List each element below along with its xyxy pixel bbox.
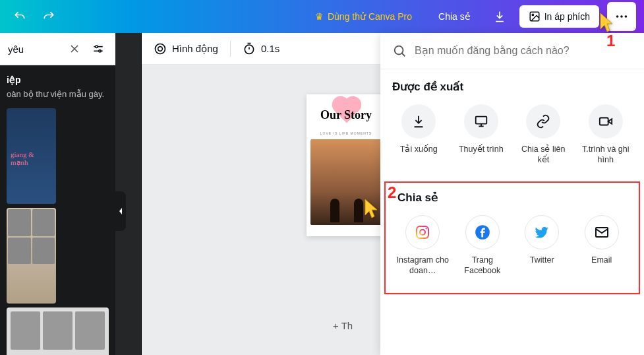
email-icon [594,224,610,240]
toolbar-divider [230,41,231,57]
template-3[interactable] [7,307,109,355]
try-pro-button[interactable]: ♛ Dùng thử Canva Pro [306,6,421,27]
share-search-input[interactable] [415,45,632,57]
suggested-present[interactable]: Thuyết trình [452,104,511,166]
crown-icon: ♛ [315,11,324,22]
facebook-icon [474,224,491,241]
svg-rect-14 [600,118,608,125]
share-twitter[interactable]: Twitter [514,215,570,276]
undo-button[interactable] [8,5,32,28]
svg-point-10 [158,46,163,51]
template-1-text: giang & mạnh [7,146,56,171]
sidebar-header: yêu [0,33,115,65]
redo-button[interactable] [37,5,61,28]
share-header-label: Chia sẻ [438,11,471,22]
download-header-button[interactable] [488,5,512,28]
share-instagram-label: Instagram cho doan… [396,255,449,276]
link-icon [536,114,550,129]
share-facebook-label: Trang Facebook [456,255,509,276]
svg-point-16 [420,230,425,235]
sidebar-description: oàn bộ thư viện mẫu gày. [7,89,109,99]
svg-point-7 [96,46,98,48]
svg-point-2 [616,15,619,18]
stopwatch-icon [243,42,256,55]
share-panel: Được đề xuất Tải xuống Thuyết trình Chia… [380,33,644,355]
poster-subtitle: LOVE IS LIFE MOMENTS [310,131,382,135]
suggested-present-label: Thuyết trình [459,144,504,154]
suggested-record-label: T.trình và ghi hình [579,144,632,166]
svg-point-9 [156,44,165,53]
templates-row: giang & mạnh [7,108,109,355]
sidebar-tab-title: yêu [8,44,60,55]
try-pro-label: Dùng thử Canva Pro [328,11,412,22]
add-page-button[interactable]: + Th [333,320,353,331]
poster-title: Our Story [320,108,372,122]
sidebar-content: iệp oàn bộ thư viện mẫu gày. giang & mạn… [0,65,115,355]
share-instagram[interactable]: Instagram cho doan… [395,215,451,276]
sidebar-heading: iệp [7,75,109,85]
sliders-icon [92,42,105,55]
undo-icon [13,10,26,23]
share-facebook[interactable]: Trang Facebook [455,215,511,276]
svg-point-1 [532,14,533,15]
redo-icon [42,10,55,23]
app-header: ♛ Dùng thử Canva Pro Chia sẻ In áp phích [0,0,644,33]
template-1[interactable]: giang & mạnh [7,108,56,204]
animate-icon [154,42,167,55]
print-button[interactable]: In áp phích [519,5,599,28]
filter-button[interactable] [89,40,107,58]
svg-rect-13 [476,117,487,124]
svg-point-3 [620,15,623,18]
suggested-record[interactable]: T.trình và ghi hình [577,104,635,166]
svg-point-4 [625,15,628,18]
share-section: Chia sẻ Instagram cho doan… Trang Facebo… [384,181,640,295]
video-icon [599,114,613,129]
duration-label: 0.1s [261,43,279,54]
share-row: Instagram cho doan… Trang Facebook Twitt… [386,211,639,288]
svg-point-8 [99,50,101,52]
header-left [8,5,61,28]
share-email-label: Email [591,255,612,265]
download-icon [411,114,426,129]
close-sidebar-button[interactable] [65,40,84,58]
instagram-icon [415,224,430,240]
silhouette [324,196,370,222]
duration-button[interactable]: 0.1s [243,42,279,55]
search-icon [392,44,407,58]
more-button[interactable] [607,2,636,31]
suggested-title: Được đề xuất [380,69,644,100]
animate-button[interactable]: Hình động [154,42,218,55]
image-icon [529,11,541,22]
svg-point-12 [395,46,403,55]
sidebar: yêu iệp oàn bộ thư viện mẫu gày. giang &… [0,33,115,355]
template-2[interactable] [7,208,56,304]
poster-design[interactable]: Our Story LOVE IS LIFE MOMENTS [307,94,386,236]
share-title: Chia sẻ [386,183,639,211]
share-twitter-label: Twitter [530,255,554,265]
close-icon [68,42,81,55]
share-email[interactable]: Email [574,215,630,276]
suggested-row: Tải xuống Thuyết trình Chia sẻ liên kết … [380,100,644,178]
print-label: In áp phích [544,11,590,22]
more-icon [614,9,629,24]
animate-label: Hình động [172,43,218,55]
suggested-link[interactable]: Chia sẻ liên kết [514,104,573,166]
download-icon [493,10,506,23]
svg-point-17 [426,228,427,229]
collapse-sidebar-button[interactable] [115,191,126,231]
chevron-left-icon [118,207,123,215]
share-header-button[interactable]: Chia sẻ [429,6,480,27]
twitter-icon [534,224,550,240]
present-icon [474,114,488,129]
share-search-row [380,33,644,69]
suggested-link-label: Chia sẻ liên kết [517,144,570,166]
poster-image [310,139,382,225]
suggested-download[interactable]: Tải xuống [390,104,448,166]
suggested-download-label: Tải xuống [400,144,438,154]
